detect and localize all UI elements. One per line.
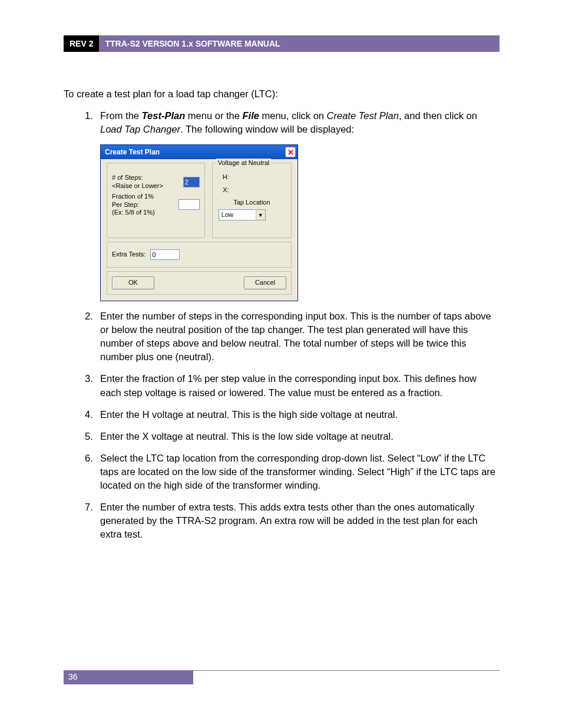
step-number: 3. (85, 372, 100, 399)
step-body: Enter the X voltage at neutral. This is … (100, 430, 500, 443)
text: . The following window will be displayed… (180, 124, 354, 134)
text: , and then click on (399, 110, 477, 121)
x-label: X: (219, 186, 229, 195)
step-number: 1. (85, 109, 100, 136)
step-7: 7. Enter the number of extra tests. This… (85, 500, 500, 541)
page-number: 36 (64, 671, 193, 684)
steps-label: # of Steps: <Raise or Lower> (112, 174, 183, 190)
step-body: Enter the H voltage at neutral. This is … (100, 408, 500, 421)
dialog-footer: OK Cancel (107, 271, 292, 295)
create-test-plan-dialog: Create Test Plan ✕ # of Steps: <Raise or… (100, 144, 298, 301)
h-label: H: (219, 173, 229, 182)
voltage-neutral-group: Voltage at Neutral H: X: Tap Location Lo… (212, 163, 292, 238)
step-body: Enter the number of steps in the corresp… (100, 309, 500, 364)
tap-location-label: Tap Location (219, 198, 285, 207)
step-1: 1. From the Test-Plan menu or the File m… (85, 109, 500, 136)
step-number: 4. (85, 408, 100, 421)
action-ref: Load Tap Changer (100, 124, 180, 134)
step-number: 2. (85, 309, 100, 364)
tap-location-select[interactable]: Low ▼ (219, 209, 266, 220)
step-3: 3. Enter the fraction of 1% per step val… (85, 372, 500, 399)
page-footer: 36 (64, 670, 500, 684)
step-2: 2. Enter the number of steps in the corr… (85, 309, 500, 364)
step-body: Enter the number of extra tests. This ad… (100, 500, 500, 541)
intro-text: To create a test plan for a load tap cha… (64, 87, 500, 101)
chevron-down-icon: ▼ (256, 210, 265, 220)
step-number: 7. (85, 500, 100, 541)
extra-tests-panel: Extra Tests: (107, 242, 292, 268)
close-icon: ✕ (287, 149, 294, 156)
tap-location-value: Low (222, 210, 233, 219)
step-number: 5. (85, 430, 100, 443)
text: menu, click on (259, 110, 327, 121)
page-content: To create a test plan for a load tap cha… (64, 87, 500, 549)
fraction-label: Fraction of 1% Per Step: (Ex: 5/8 of 1%) (112, 193, 178, 217)
steps-panel: # of Steps: <Raise or Lower> Fraction of… (107, 163, 205, 238)
dialog-title: Create Test Plan (105, 147, 160, 157)
text: From the (100, 110, 142, 121)
revision-badge: REV 2 (64, 35, 99, 52)
step-number: 6. (85, 452, 100, 492)
action-ref: Create Test Plan (327, 110, 399, 121)
steps-input[interactable] (183, 177, 200, 187)
voltage-legend: Voltage at Neutral (216, 159, 271, 167)
step-6: 6. Select the LTC tap location from the … (85, 452, 500, 492)
page-header: REV 2 TTRA-S2 VERSION 1.x SOFTWARE MANUA… (64, 35, 500, 52)
close-button[interactable]: ✕ (285, 147, 296, 157)
menu-ref: File (243, 110, 259, 121)
extra-tests-label: Extra Tests: (112, 250, 146, 259)
step-body: Select the LTC tap location from the cor… (100, 452, 500, 492)
text: menu or the (185, 110, 242, 121)
step-body: Enter the fraction of 1% per step value … (100, 372, 500, 399)
fraction-input[interactable] (178, 199, 200, 210)
manual-title: TTRA-S2 VERSION 1.x SOFTWARE MANUAL (99, 35, 500, 52)
menu-ref: Test-Plan (142, 110, 186, 121)
dialog-titlebar: Create Test Plan ✕ (101, 145, 297, 159)
step-body: From the Test-Plan menu or the File menu… (100, 109, 500, 136)
extra-tests-input[interactable] (150, 249, 180, 260)
step-5: 5. Enter the X voltage at neutral. This … (85, 430, 500, 443)
cancel-button[interactable]: Cancel (244, 276, 286, 289)
step-4: 4. Enter the H voltage at neutral. This … (85, 408, 500, 421)
ok-button[interactable]: OK (112, 276, 154, 289)
